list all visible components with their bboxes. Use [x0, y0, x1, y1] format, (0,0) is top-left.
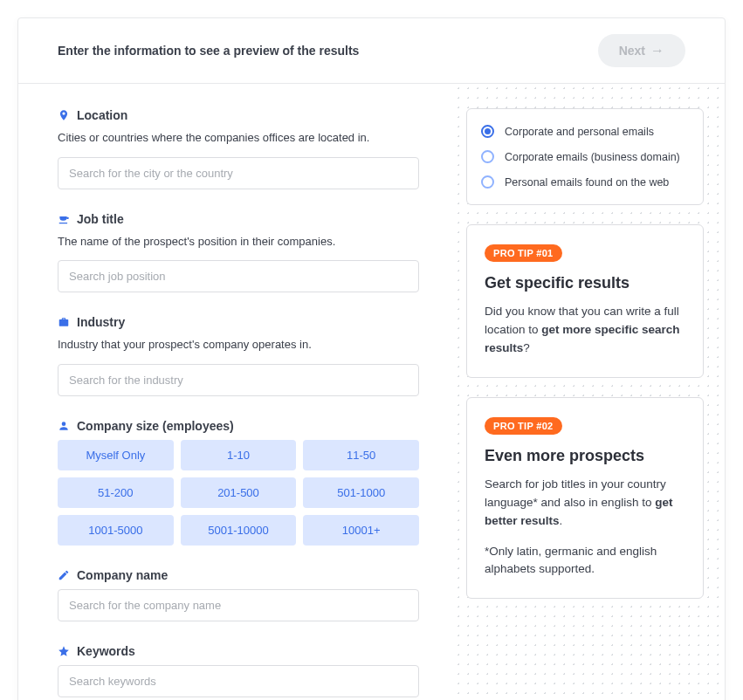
tip-card-1: PRO TIP #01 Get specific results Did you… [466, 224, 704, 378]
email-type-card: Corporate and personal emails Corporate … [466, 108, 704, 205]
field-job-title: Job title The name of the prospect's pos… [58, 212, 419, 293]
company-size-label: Company size (employees) [77, 419, 234, 433]
radio-icon [481, 175, 494, 189]
star-icon [58, 645, 70, 657]
location-pin-icon [58, 109, 70, 121]
industry-desc: Industry that your prospect's company op… [58, 336, 419, 353]
industry-input[interactable] [58, 364, 419, 396]
next-button-label: Next [619, 44, 645, 58]
radio-option[interactable]: Corporate emails (business domain) [481, 150, 689, 163]
tip-badge: PRO TIP #01 [485, 244, 562, 262]
job-title-desc: The name of the prospect's position in t… [58, 233, 419, 250]
radio-option[interactable]: Personal emails found on the web [481, 175, 689, 189]
location-desc: Cities or countries where the companies … [58, 129, 419, 147]
company-name-label: Company name [77, 568, 168, 582]
size-chip[interactable]: Myself Only [58, 440, 174, 470]
right-panel: Corporate and personal emails Corporate … [454, 84, 725, 700]
job-title-input[interactable] [58, 260, 419, 292]
size-chip[interactable]: 201-500 [181, 477, 297, 508]
size-chip[interactable]: 501-1000 [303, 477, 419, 508]
size-chip[interactable]: 51-200 [58, 477, 174, 508]
tip-card-2: PRO TIP #02 Even more prospects Search f… [466, 397, 704, 600]
radio-icon [481, 125, 494, 138]
field-company-name: Company name [58, 568, 419, 621]
field-keywords: Keywords [58, 644, 419, 697]
left-panel: Location Cities or countries where the c… [18, 84, 454, 700]
size-chip[interactable]: 1001-5000 [58, 515, 174, 546]
size-chip[interactable]: 10001+ [303, 515, 419, 546]
tip-badge: PRO TIP #02 [485, 417, 562, 435]
form-container: Enter the information to see a preview o… [17, 17, 726, 700]
size-chip[interactable]: 1-10 [181, 440, 297, 470]
field-location: Location Cities or countries where the c… [58, 108, 419, 189]
coffee-icon [58, 213, 70, 225]
tip-body: Did you know that you can write a full l… [485, 303, 685, 358]
radio-label: Corporate and personal emails [505, 126, 654, 138]
tip-title: Even more prospects [485, 447, 685, 465]
location-label: Location [77, 108, 127, 122]
field-industry: Industry Industry that your prospect's c… [58, 315, 419, 396]
radio-icon [481, 150, 494, 163]
tip-title: Get specific results [485, 274, 685, 292]
radio-label: Personal emails found on the web [505, 176, 669, 189]
field-company-size: Company size (employees) Myself Only 1-1… [58, 419, 419, 546]
keywords-label: Keywords [77, 644, 135, 658]
size-chip[interactable]: 5001-10000 [181, 515, 297, 546]
size-chip[interactable]: 11-50 [303, 440, 419, 470]
industry-label: Industry [77, 315, 125, 329]
company-name-input[interactable] [58, 589, 419, 621]
briefcase-icon [58, 316, 70, 328]
tip-body: Search for job titles in your country la… [485, 476, 685, 580]
body: Location Cities or countries where the c… [18, 84, 725, 700]
arrow-right-icon: → [650, 43, 664, 58]
keywords-input[interactable] [58, 665, 419, 697]
job-title-label: Job title [77, 212, 124, 226]
location-input[interactable] [58, 157, 419, 189]
radio-label: Corporate emails (business domain) [505, 151, 680, 163]
company-size-grid: Myself Only 1-10 11-50 51-200 201-500 50… [58, 440, 419, 546]
radio-option[interactable]: Corporate and personal emails [481, 125, 689, 138]
pencil-icon [58, 569, 70, 581]
next-button[interactable]: Next → [598, 34, 685, 67]
page-title: Enter the information to see a preview o… [58, 44, 359, 58]
person-icon [58, 420, 70, 432]
header: Enter the information to see a preview o… [18, 18, 725, 84]
